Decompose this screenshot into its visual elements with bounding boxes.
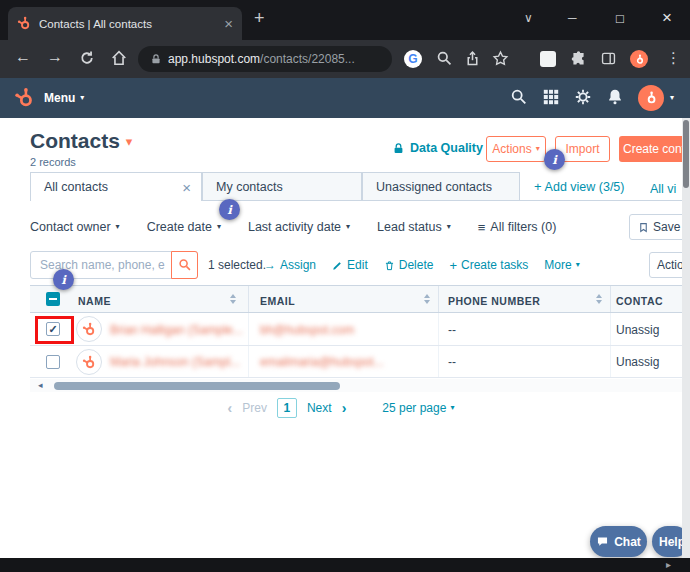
browser-titlebar: Contacts | All contacts × + ∨ ─ □ × [0,0,690,40]
table-row[interactable]: ✓ Brian Halligan (Sample... bh@hubspot.c… [30,313,682,346]
contact-name-link[interactable]: Brian Halligan (Sample... [110,323,248,337]
delete-trash-icon [384,260,395,271]
assign-link[interactable]: → Assign [264,258,316,272]
actions-button[interactable]: Actions ▾ [486,136,546,162]
vertical-scrollbar[interactable] [682,118,690,558]
add-view-link[interactable]: + Add view (3/5) [534,179,625,194]
scroll-left-arrow-icon[interactable]: ◂ [38,380,43,390]
tab-my-contacts-label: My contacts [216,180,283,194]
column-header-phone[interactable]: PHONE NUMBER [448,295,540,307]
sort-icon[interactable] [424,294,430,304]
scrollbar-thumb[interactable] [54,382,340,390]
data-quality-link[interactable]: Data Quality [392,141,483,155]
select-all-checkbox[interactable] [46,292,60,306]
tab-unassigned-contacts[interactable]: Unassigned contacts [362,172,520,201]
create-contact-button[interactable]: Create cont [619,136,689,162]
current-page-button[interactable]: 1 [277,398,297,418]
save-view-button[interactable]: Save v [629,214,688,240]
filter-lead-status[interactable]: Lead status ▾ [377,220,451,234]
next-button[interactable]: Next [307,401,332,415]
prev-button[interactable]: Prev [242,401,267,415]
edit-link[interactable]: Edit [332,258,368,272]
avatar-caret-icon[interactable]: ▾ [670,94,674,102]
more-caret-icon: ▾ [576,261,580,269]
filter-contact-owner-label: Contact owner [30,220,111,234]
menu-button[interactable]: Menu ▾ [44,91,84,105]
delete-link[interactable]: Delete [384,258,434,272]
filter-contact-owner[interactable]: Contact owner ▾ [30,220,120,234]
contact-email-link[interactable]: bh@hubspot.com [260,323,378,337]
window-maximize-button[interactable]: □ [616,11,624,26]
forward-icon[interactable]: → [47,48,63,66]
column-header-contact-owner[interactable]: CONTAC [616,295,663,307]
new-tab-button[interactable]: + [254,8,265,29]
delete-label: Delete [399,258,434,272]
window-minimize-button[interactable]: ─ [568,11,577,25]
info-marker[interactable]: i [544,149,565,170]
address-bar[interactable]: app.hubspot.com/contacts/22085... [138,46,392,72]
filter-caret-icon: ▾ [346,223,350,231]
filter-last-activity-label: Last activity date [248,220,341,234]
next-chevron-icon[interactable]: › [342,400,347,416]
bookmark-star-icon[interactable] [492,50,509,67]
notifications-bell-icon[interactable] [606,88,624,106]
scrollbar-thumb[interactable] [683,120,689,188]
prev-chevron-icon: ‹ [228,400,233,416]
hubspot-extension-icon[interactable] [630,50,648,68]
all-filters-link[interactable]: ≡ All filters (0) [478,220,557,235]
google-icon[interactable]: G [404,50,422,68]
info-marker[interactable]: i [53,269,74,290]
filter-last-activity-date[interactable]: Last activity date ▾ [248,220,350,234]
create-tasks-link[interactable]: + Create tasks [449,258,528,273]
puzzle-extensions-icon[interactable] [570,50,587,67]
contact-email-link[interactable]: emailmaria@hubspot... [260,355,388,369]
docs-extension-icon[interactable] [540,51,556,67]
window-close-button[interactable]: × [662,8,672,28]
avatar[interactable] [638,85,664,111]
hubspot-logo-icon[interactable] [14,87,36,109]
refresh-icon[interactable] [78,49,96,67]
share-icon[interactable] [464,50,481,67]
search-icon[interactable] [510,88,528,106]
table-row[interactable]: Maria Johnson (Sampl... emailmaria@hubsp… [30,346,682,378]
all-filters-label: All filters (0) [490,220,556,234]
per-page-select[interactable]: 25 per page ▾ [382,401,454,415]
records-count: 2 records [30,156,76,168]
data-quality-lock-icon [392,142,405,155]
more-label: More [544,258,571,272]
kebab-menu-icon[interactable]: ⋮ [666,49,681,67]
column-header-name[interactable]: NAME [78,295,111,307]
window-chevron-icon[interactable]: ∨ [524,11,533,25]
home-icon[interactable] [110,49,128,67]
page-title-group[interactable]: Contacts ▾ [30,129,132,153]
menu-label: Menu [44,91,75,105]
sort-icon[interactable] [230,294,236,304]
row-checkbox[interactable] [46,355,60,369]
more-link[interactable]: More ▾ [544,258,579,272]
search-submit-button[interactable] [171,251,198,279]
contact-name-link[interactable]: Maria Johnson (Sampl... [110,355,240,369]
close-tab-icon[interactable]: × [224,16,233,31]
zoom-icon[interactable] [436,50,453,67]
selected-count: 1 selected. [208,258,266,272]
sort-icon[interactable] [596,294,602,304]
info-marker[interactable]: i [219,199,240,220]
browser-tab[interactable]: Contacts | All contacts × [8,7,242,40]
side-panel-icon[interactable] [600,50,617,67]
url-path: /contacts/22085... [260,52,355,66]
all-views-link[interactable]: All vi [650,179,682,197]
tab-close-icon[interactable]: × [182,180,191,195]
horizontal-scrollbar[interactable]: ◂ [30,379,682,392]
column-divider [438,286,439,312]
tab-my-contacts[interactable]: My contacts [202,172,362,201]
back-icon[interactable]: ← [15,48,31,66]
tab-all-contacts[interactable]: All contacts × [30,172,202,201]
marketplace-icon[interactable] [542,88,560,106]
column-header-email[interactable]: EMAIL [260,295,295,307]
scroll-right-arrow-icon[interactable]: ▸ [666,559,671,570]
settings-gear-icon[interactable] [574,88,592,106]
info-icon: i [61,273,66,287]
create-tasks-plus-icon: + [449,258,457,273]
filter-create-date[interactable]: Create date ▾ [147,220,221,234]
chat-button[interactable]: Chat [590,526,647,557]
